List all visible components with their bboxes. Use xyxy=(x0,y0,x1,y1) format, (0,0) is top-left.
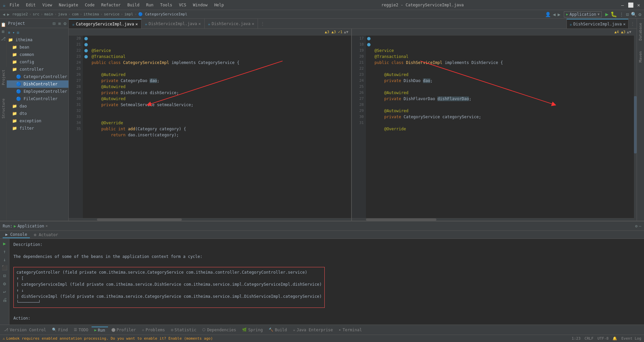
run-minimize-icon[interactable]: — xyxy=(639,224,641,228)
sidebar-collapse-button[interactable]: ⊟ xyxy=(52,20,56,27)
code-content-left[interactable]: @Service @Transactional public class Cat… xyxy=(89,36,351,218)
code-content-right[interactable]: @Service @Transactional public class Dis… xyxy=(372,36,634,218)
scroll-down-right-button[interactable]: ▼ xyxy=(629,30,631,34)
project-vertical-tab[interactable]: Project xyxy=(1,70,6,85)
nav-forward-button[interactable]: ▶ xyxy=(7,12,9,17)
more-tabs-button[interactable]: ⋮ xyxy=(259,19,267,28)
run-config-selector[interactable]: ▶ Application ▼ xyxy=(564,11,602,17)
code-editor-right[interactable]: 17 18 19 20 21 22 23 24 25 26 27 xyxy=(352,36,634,218)
tree-item-dto[interactable]: 📁 dto xyxy=(7,110,68,117)
event-log-button[interactable]: 🔔 xyxy=(612,336,617,341)
tab-dish-service[interactable]: ☕ DishService.java ✕ xyxy=(205,19,258,28)
run-app-icon[interactable]: ▶ xyxy=(14,224,16,228)
tree-item-common[interactable]: 📁 common xyxy=(7,51,68,58)
breadcrumb-item[interactable]: reggie2 xyxy=(12,12,28,16)
menu-run[interactable]: Run xyxy=(145,2,155,8)
console-tab[interactable]: ▶ Console xyxy=(3,231,30,238)
tree-item-dao[interactable]: 📁 dao xyxy=(7,102,68,110)
settings-button[interactable]: ⚙ xyxy=(639,12,641,17)
console-output[interactable]: Description: The dependencies of some of… xyxy=(9,239,644,325)
menu-view[interactable]: View xyxy=(41,2,53,8)
wrap-button[interactable]: ↩ xyxy=(2,288,6,295)
menu-help[interactable]: Help xyxy=(213,2,225,8)
settings-console-button[interactable]: ⚙ xyxy=(2,280,6,287)
tree-item-bean[interactable]: 📁 bean xyxy=(7,44,68,51)
structure-vertical-tab[interactable]: Structure xyxy=(1,98,6,119)
menu-edit[interactable]: Edit xyxy=(24,2,37,8)
scroll-up-right-button[interactable]: ▲ xyxy=(627,30,629,34)
database-panel-tab[interactable]: Database xyxy=(638,21,643,42)
statistic-tab[interactable]: ◎ Statistic xyxy=(168,327,199,333)
menu-navigate[interactable]: Navigate xyxy=(57,2,79,8)
search-everywhere-button[interactable]: 🔍 xyxy=(631,12,637,17)
clear-console-button[interactable]: ⊡ xyxy=(2,272,6,279)
debug-button[interactable]: 🐛 xyxy=(610,11,617,17)
tree-item[interactable]: ≡ ▾ ⊡ xyxy=(7,29,68,36)
tree-item-itheima[interactable]: 📁 itheima xyxy=(7,36,68,44)
maximize-button[interactable]: ⬜ xyxy=(628,2,633,8)
project-icon[interactable]: 📋 xyxy=(1,22,6,27)
run-restart-button[interactable]: ▶ xyxy=(2,240,6,247)
menu-tools[interactable]: Tools xyxy=(159,2,173,8)
close-run-tab[interactable]: ✕ xyxy=(46,224,48,228)
tree-item-employee-controller[interactable]: 🔵 EmployeeController xyxy=(7,88,68,95)
scroll-down-console-button[interactable]: ↓ xyxy=(2,256,6,263)
scroll-up-console-button[interactable]: ↑ xyxy=(2,248,6,255)
tree-item-file-controller[interactable]: 🔵 FileController xyxy=(7,95,68,102)
tree-item-dish-controller[interactable]: 🔵 DishController xyxy=(7,80,68,88)
code-editor-left[interactable]: 20 21 22 23 24 25 26 27 28 29 30 xyxy=(69,36,351,218)
breadcrumb-item[interactable]: service xyxy=(104,12,119,16)
git-icon[interactable]: ⎇ xyxy=(1,36,6,41)
menu-file[interactable]: File xyxy=(8,2,20,8)
tab-dish-service-impl-1[interactable]: ☕ DishServiceImpl.java ✕ xyxy=(142,19,205,28)
run-settings-icon[interactable]: ⚙ xyxy=(635,224,638,228)
close-tab-dish2[interactable]: ✕ xyxy=(252,21,254,26)
menu-build[interactable]: Build xyxy=(126,2,141,8)
breadcrumb-item[interactable]: com xyxy=(72,12,78,16)
breadcrumb-item[interactable]: impl xyxy=(124,12,133,16)
print-button[interactable]: 🖨 xyxy=(2,296,8,303)
nav-right-button[interactable]: ▶ xyxy=(558,12,560,17)
event-log-label[interactable]: Event Log xyxy=(621,336,641,341)
menu-code[interactable]: Code xyxy=(84,2,96,8)
maven-panel-tab[interactable]: Maven xyxy=(638,50,643,64)
close-button[interactable]: ✕ xyxy=(636,2,641,8)
close-tab-category[interactable]: ✕ xyxy=(136,22,138,26)
java-enterprise-tab[interactable]: ☕ Java Enterprise xyxy=(290,327,336,333)
user-icon[interactable]: 👤 xyxy=(545,12,551,17)
more-run-options-button[interactable]: ⋮ xyxy=(619,12,624,17)
nav-back-button[interactable]: ◀ xyxy=(3,12,5,17)
tree-item-category-controller[interactable]: 🔵 CategoryController xyxy=(7,73,68,80)
breadcrumb-item[interactable]: java xyxy=(58,12,67,16)
menu-window[interactable]: Window xyxy=(192,2,209,8)
sidebar-settings-button[interactable]: ≡ xyxy=(57,20,61,27)
breadcrumb-item[interactable]: itheima xyxy=(84,12,99,16)
menu-vcs[interactable]: VCS xyxy=(178,2,188,8)
right-tabs-settings[interactable]: ⋮ xyxy=(628,19,637,28)
sidebar-gear-icon[interactable]: ⚙ xyxy=(63,20,67,27)
minimize-button[interactable]: — xyxy=(620,2,625,8)
close-tab-right[interactable]: ✕ xyxy=(623,22,626,26)
stop-button[interactable]: ⬛ xyxy=(1,264,8,271)
tab-dish-service-impl-right[interactable]: ☕ DishServiceImpl.java ✕ xyxy=(567,19,628,28)
breadcrumb-item[interactable]: main xyxy=(44,12,53,16)
tree-item-exception[interactable]: 📁 exception xyxy=(7,117,68,125)
tab-category-service-impl[interactable]: ☕ CategoryServiceImpl.java ✕ xyxy=(69,19,142,28)
todo-tab[interactable]: ☰ TODO xyxy=(71,327,91,333)
run-tab[interactable]: ▶ Run xyxy=(92,327,108,333)
nav-left-button[interactable]: ◀ xyxy=(553,12,555,17)
run-button[interactable]: ▶ xyxy=(605,11,608,17)
breadcrumb-item[interactable]: src xyxy=(33,12,39,16)
problems-tab[interactable]: ⚠ Problems xyxy=(139,327,167,333)
spring-tab[interactable]: 🌿 Spring xyxy=(239,327,265,333)
close-tab-dish1[interactable]: ✕ xyxy=(199,21,201,26)
tree-item-controller[interactable]: 📁 controller xyxy=(7,66,68,73)
dependencies-tab[interactable]: ⬡ Dependencies xyxy=(200,327,239,333)
tree-item-config[interactable]: 📁 config xyxy=(7,58,68,66)
actuator-tab[interactable]: ⚙ Actuator xyxy=(31,232,61,238)
version-control-tab[interactable]: ⎇ Version Control xyxy=(1,327,49,333)
find-tab[interactable]: 🔍 Find xyxy=(49,327,70,333)
scroll-down-button[interactable]: ▼ xyxy=(346,30,348,34)
terminal-tab[interactable]: ▸ Terminal xyxy=(336,327,365,333)
profiler-tab[interactable]: ⬤ Profiler xyxy=(109,327,139,333)
